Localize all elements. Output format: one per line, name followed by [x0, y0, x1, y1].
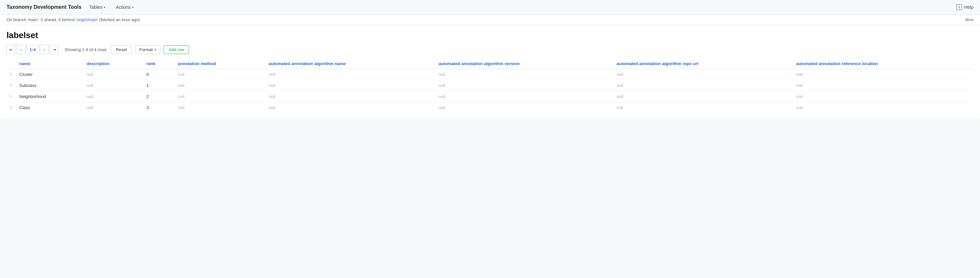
branch-bar: On branch 'main': 0 ahead, 0 behind 'ori… — [0, 15, 980, 25]
cell-description-1: null — [84, 80, 144, 91]
pagination: ⇤ ‹ 1-4 › ⇥ — [6, 45, 59, 54]
table-row: ✎ Subclass null 1 null null null null nu… — [6, 80, 974, 91]
app-title: Taxonomy Development Tools — [6, 4, 81, 10]
cell-auto-algo-name-1: null — [266, 80, 436, 91]
cell-description-0: null — [84, 69, 144, 80]
cell-description-2: null — [84, 91, 144, 102]
page-title: labelset — [6, 30, 974, 40]
table-body: ✎ Cluster null 0 null null null null nul… — [6, 69, 974, 113]
top-bar-left: Taxonomy Development Tools Tables ▾ Acti… — [6, 3, 136, 11]
info-icon: i — [956, 4, 962, 10]
last-page-button[interactable]: ⇥ — [49, 45, 59, 54]
edit-icon-1[interactable]: ✎ — [9, 83, 13, 88]
cell-annotation-method-0: null — [175, 69, 266, 80]
col-header-name: name — [17, 58, 84, 69]
tables-menu-button[interactable]: Tables ▾ — [87, 3, 108, 11]
cell-auto-algo-version-3: null — [436, 102, 614, 113]
table-header: name description rank annotation method … — [6, 58, 974, 69]
format-button[interactable]: Format ▾ — [135, 45, 161, 54]
edit-cell-1[interactable]: ✎ — [6, 80, 17, 91]
prev-page-button[interactable]: ‹ — [16, 45, 25, 54]
edit-cell-2[interactable]: ✎ — [6, 91, 17, 102]
cell-auto-algo-version-1: null — [436, 80, 614, 91]
cell-annotation-method-2: null — [175, 91, 266, 102]
edit-icon-3[interactable]: ✎ — [9, 105, 13, 110]
branch-text-after: ' (fetched an hour ago) — [97, 17, 140, 22]
col-header-description: description — [84, 58, 144, 69]
add-row-button[interactable]: Add row — [164, 45, 189, 54]
cell-rank-0: 0 — [144, 69, 175, 80]
tables-label: Tables — [89, 5, 102, 10]
cell-rank-1: 1 — [144, 80, 175, 91]
cell-auto-anno-ref-2: null — [794, 91, 974, 102]
data-table: name description rank annotation method … — [6, 58, 974, 113]
table-row: ✎ Class null 3 null null null null null — [6, 102, 974, 113]
origin-main-link[interactable]: origin/main — [76, 17, 97, 22]
reset-button[interactable]: Reset — [111, 45, 132, 54]
cell-description-3: null — [84, 102, 144, 113]
col-header-annotation-method: annotation method — [175, 58, 266, 69]
toolbar: ⇤ ‹ 1-4 › ⇥ Showing 1-4 of 4 rows. Reset… — [6, 45, 974, 54]
col-header-auto-algo-name: automated annotation algorithm name — [266, 58, 436, 69]
cell-auto-algo-name-3: null — [266, 102, 436, 113]
cell-auto-anno-ref-1: null — [794, 80, 974, 91]
table-row: ✎ Neighborhood null 2 null null null nul… — [6, 91, 974, 102]
col-header-auto-anno-ref: automated annotation reference location — [794, 58, 974, 69]
first-page-button[interactable]: ⇤ — [6, 45, 16, 54]
branch-info: On branch 'main': 0 ahead, 0 behind 'ori… — [6, 17, 140, 22]
cell-auto-algo-name-0: null — [266, 69, 436, 80]
edit-icon-2[interactable]: ✎ — [9, 94, 13, 99]
next-page-button[interactable]: › — [40, 45, 49, 54]
cell-name-0: Cluster — [17, 69, 84, 80]
cell-auto-algo-repo-3: null — [614, 102, 793, 113]
format-label: Format — [139, 47, 153, 52]
col-header-auto-algo-version: automated annotation algorithm version — [436, 58, 614, 69]
col-header-auto-algo-repo: automated annotation algorithm repo url — [614, 58, 793, 69]
cell-annotation-method-1: null — [175, 80, 266, 91]
cell-auto-algo-repo-0: null — [614, 69, 793, 80]
cell-name-1: Subclass — [17, 80, 84, 91]
edit-cell-0[interactable]: ✎ — [6, 69, 17, 80]
branch-text-before: On branch 'main': 0 ahead, 0 behind ' — [6, 17, 76, 22]
help-label: Help — [964, 5, 974, 10]
format-chevron-icon: ▾ — [154, 48, 156, 51]
col-header-edit — [6, 58, 17, 69]
actions-menu-button[interactable]: Actions ▾ — [113, 3, 136, 11]
edit-cell-3[interactable]: ✎ — [6, 102, 17, 113]
help-button[interactable]: i Help — [956, 4, 974, 10]
cell-auto-algo-repo-2: null — [614, 91, 793, 102]
cell-rank-2: 2 — [144, 91, 175, 102]
cell-auto-anno-ref-3: null — [794, 102, 974, 113]
showing-text: Showing 1-4 of 4 rows. — [65, 47, 108, 52]
timing-label: 8ms — [965, 17, 974, 22]
edit-icon-0[interactable]: ✎ — [9, 72, 13, 77]
cell-auto-algo-name-2: null — [266, 91, 436, 102]
cell-name-2: Neighborhood — [17, 91, 84, 102]
actions-label: Actions — [116, 5, 131, 10]
table-row: ✎ Cluster null 0 null null null null nul… — [6, 69, 974, 80]
cell-rank-3: 3 — [144, 102, 175, 113]
cell-name-3: Class — [17, 102, 84, 113]
actions-chevron-icon: ▾ — [132, 6, 134, 9]
current-page-indicator: 1-4 — [26, 45, 39, 54]
top-bar: Taxonomy Development Tools Tables ▾ Acti… — [0, 0, 980, 15]
tables-chevron-icon: ▾ — [104, 6, 105, 9]
col-header-rank: rank — [144, 58, 175, 69]
cell-auto-algo-version-2: null — [436, 91, 614, 102]
cell-auto-algo-repo-1: null — [614, 80, 793, 91]
cell-annotation-method-3: null — [175, 102, 266, 113]
cell-auto-anno-ref-0: null — [794, 69, 974, 80]
cell-auto-algo-version-0: null — [436, 69, 614, 80]
main-content: labelset ⇤ ‹ 1-4 › ⇥ Showing 1-4 of 4 ro… — [0, 25, 980, 118]
